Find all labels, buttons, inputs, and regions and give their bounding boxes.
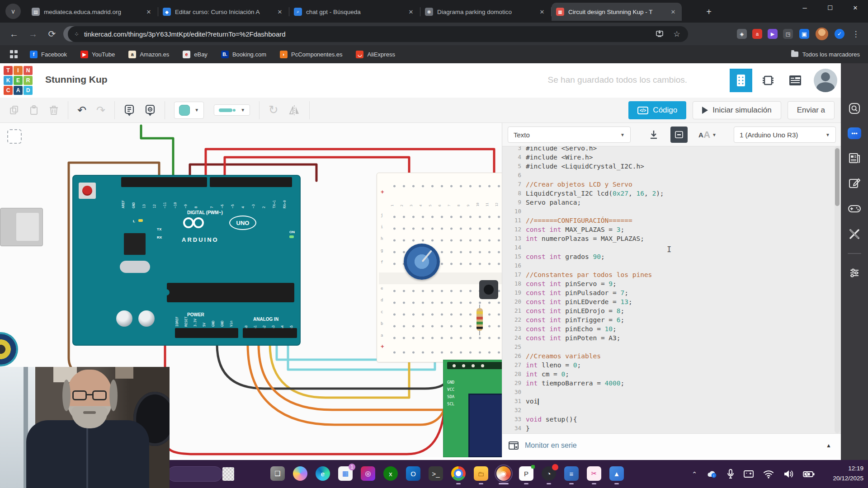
lcd-module[interactable]: GNDVCCSDASCL	[443, 360, 502, 457]
bookmark-item[interactable]: ◡AliExpress	[356, 51, 395, 58]
code-line[interactable]: 8LiquidCrystal_I2C lcd(0x27, 16, 2);	[502, 189, 835, 198]
tools-icon[interactable]	[848, 228, 861, 240]
code-line[interactable]: 27int lleno = 0;	[502, 361, 835, 370]
board-select[interactable]: 1 (Arduino Uno R3)▼	[734, 127, 836, 143]
notes-icon[interactable]	[124, 104, 135, 116]
browser-tab[interactable]: ◆Editar curso: Curso Iniciación A✕	[158, 3, 288, 21]
code-line[interactable]: 13int numeroPlazas = MAX_PLAZAS;	[502, 234, 835, 243]
breadboard[interactable]: + 123456789101112 jihgf edcba +	[377, 173, 502, 362]
send-to-device-icon[interactable]	[656, 29, 665, 38]
mirror-icon[interactable]	[288, 105, 300, 116]
browser-menu-icon[interactable]: ⋮	[851, 29, 861, 39]
design-title[interactable]: Stunning Kup	[45, 74, 108, 85]
maximize-button[interactable]: ☐	[817, 0, 843, 15]
tray-chevron-icon[interactable]: ⌃	[692, 470, 697, 478]
undo-icon[interactable]: ↶	[77, 104, 86, 117]
browser-profile-avatar[interactable]	[816, 28, 828, 40]
all-bookmarks[interactable]: Todos los marcadores	[791, 51, 860, 58]
code-line[interactable]: 9Servo palanca;	[502, 198, 835, 207]
search-discover-icon[interactable]	[848, 102, 861, 115]
tab-search-button[interactable]: v	[5, 4, 21, 19]
tab-close-icon[interactable]: ✕	[145, 8, 153, 16]
code-line[interactable]: 28int cm = 0;	[502, 370, 835, 379]
code-mode-select[interactable]: Texto▼	[508, 127, 631, 143]
arduino-uno-board[interactable]: AREFGND1312~11~10~98 7~6~54~32TX→1RX←0 D…	[72, 175, 301, 346]
breadboard-bottom-rail[interactable]	[390, 347, 502, 358]
list-view-button[interactable]	[784, 69, 807, 92]
code-line[interactable]: 26//Creamos variables	[502, 352, 835, 361]
bookmark-item[interactable]: aAmazon.es	[128, 51, 169, 58]
power-header[interactable]	[175, 328, 238, 338]
breadboard-top-rail[interactable]	[390, 180, 502, 192]
writer-doc-icon[interactable]: ≡	[564, 466, 579, 481]
code-editor[interactable]: 3#include <Servo.h>4#include <Wire.h>5#i…	[502, 146, 835, 433]
code-line[interactable]: 24const int pinPoten = A3;	[502, 333, 835, 343]
code-button[interactable]: </> Código	[628, 101, 686, 119]
atmega-chip[interactable]	[167, 283, 294, 302]
browser-tab[interactable]: ▤mediateca.educa.madrid.org✕	[27, 3, 157, 21]
start-simulation-button[interactable]: Iniciar simulación	[693, 101, 781, 119]
outlook-icon[interactable]: O	[406, 466, 420, 481]
bookmark-star-icon[interactable]: ☆	[672, 29, 682, 39]
code-line[interactable]: 30	[502, 388, 835, 397]
bookmark-item[interactable]: fFacebook	[30, 51, 67, 58]
scrollbar-thumb[interactable]	[835, 148, 840, 206]
code-scrollbar[interactable]	[835, 146, 840, 433]
red-extension-icon[interactable]: a	[752, 29, 762, 39]
customize-sidebar-icon[interactable]	[848, 267, 861, 279]
color-swatch-dropdown[interactable]: ▼	[174, 102, 204, 119]
code-line[interactable]: 17//Constantes par todos los pines	[502, 270, 835, 279]
code-line[interactable]: 31voi|	[502, 397, 835, 406]
photos-icon[interactable]: ▲	[609, 466, 624, 481]
code-line[interactable]: 4#include <Wire.h>	[502, 153, 835, 162]
bookmark-item[interactable]: ◗PcComponentes.es	[280, 51, 342, 58]
reload-button[interactable]: ⟳	[44, 26, 60, 42]
search-highlight-image[interactable]	[222, 467, 234, 481]
xbox-icon[interactable]: x	[383, 466, 398, 481]
puzzle-extensions-icon[interactable]: ◳	[783, 29, 793, 39]
apps-grid-icon[interactable]	[10, 50, 18, 58]
send-to-button[interactable]: Enviar a	[788, 101, 835, 119]
copilot-icon[interactable]: •••	[848, 127, 861, 139]
bookmark-item[interactable]: B.Booking.com	[221, 51, 266, 58]
avg-antivirus-icon[interactable]: ◉	[496, 466, 511, 481]
code-line[interactable]: 3#include <Servo.h>	[502, 146, 835, 153]
close-button[interactable]: ✕	[843, 0, 868, 15]
tab-close-icon[interactable]: ✕	[276, 8, 284, 16]
code-line[interactable]: 23const int pinEcho = 10;	[502, 324, 835, 333]
tab-close-icon[interactable]: ✕	[669, 8, 677, 16]
code-line[interactable]: 22const int pinTrigger = 6;	[502, 315, 835, 324]
tinkercad-logo[interactable]: TINKERCAD	[4, 66, 33, 95]
code-line[interactable]: 19const int pinPulsador = 7;	[502, 288, 835, 297]
schematic-view-button[interactable]	[757, 69, 779, 92]
browser-tab[interactable]: ✻Diagrama parking domotico✕	[420, 3, 551, 21]
delete-icon[interactable]	[49, 105, 59, 116]
ms-store-icon[interactable]: ▦1	[338, 466, 353, 481]
code-line[interactable]: 7//Crear objetos LCD y Servo	[502, 180, 835, 189]
code-line[interactable]: 34}	[502, 424, 835, 433]
new-tab-button[interactable]: +	[703, 6, 715, 18]
arduino-reset-button[interactable]	[79, 183, 96, 199]
code-line[interactable]: 11//======CONFIGURACIÓN======	[502, 216, 835, 225]
resistor[interactable]	[476, 305, 483, 334]
terminal-icon[interactable]: >_	[429, 466, 443, 481]
wire-style-dropdown[interactable]: ▼	[214, 104, 250, 116]
microphone-icon[interactable]	[727, 469, 734, 479]
bookmark-item[interactable]: eeBay	[183, 51, 208, 58]
download-code-button[interactable]	[645, 127, 662, 143]
user-avatar[interactable]	[814, 69, 837, 92]
code-line[interactable]: 6	[502, 171, 835, 180]
privacy-app-icon[interactable]: ◎	[361, 466, 375, 481]
url-text[interactable]: tinkercad.com/things/3pY63JmtKpt/editel?…	[84, 30, 286, 38]
font-size-button[interactable]: A A ▼	[696, 127, 719, 143]
copy-icon[interactable]	[9, 105, 19, 115]
paint-dotnet-icon[interactable]: P	[519, 466, 533, 481]
browser-tab[interactable]: ▦Circuit design Stunning Kup - T✕	[552, 3, 682, 21]
analog-header[interactable]	[243, 328, 297, 338]
battery-icon[interactable]	[803, 471, 815, 478]
shield-extension-icon[interactable]: ◈	[737, 29, 747, 39]
clipchamp-icon[interactable]: ✂	[587, 466, 601, 481]
code-line[interactable]: 12const int MAX_PLAZAS = 3;	[502, 225, 835, 234]
potentiometer[interactable]	[404, 244, 440, 280]
redo-icon[interactable]: ↷	[96, 104, 105, 117]
